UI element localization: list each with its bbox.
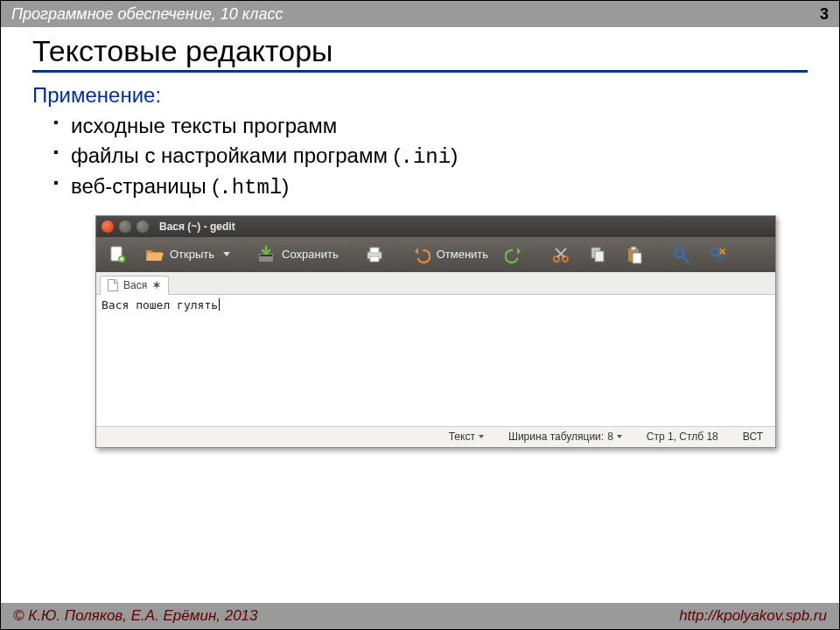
paste-icon bbox=[624, 244, 645, 265]
list-item: файлы с настройками программ (.ini) bbox=[53, 141, 808, 172]
status-insert-mode[interactable]: ВСТ bbox=[743, 430, 763, 443]
svg-rect-3 bbox=[260, 255, 272, 256]
svg-rect-13 bbox=[633, 253, 641, 263]
redo-button[interactable] bbox=[499, 242, 530, 268]
document-icon bbox=[108, 279, 118, 291]
cut-button[interactable] bbox=[545, 242, 577, 268]
find-replace-button[interactable] bbox=[702, 242, 733, 268]
status-tabwidth[interactable]: Ширина табуляции: 8 bbox=[508, 430, 622, 443]
scissors-icon bbox=[550, 244, 571, 265]
title-area: Текстовые редакторы bbox=[1, 27, 839, 76]
content: Применение: исходные тексты программ фай… bbox=[1, 76, 839, 455]
paste-button[interactable] bbox=[619, 242, 650, 268]
save-label: Сохранить bbox=[282, 248, 339, 261]
search-icon bbox=[670, 244, 691, 265]
application-label: Применение: bbox=[32, 83, 808, 108]
toolbar-separator bbox=[537, 242, 538, 267]
bullet-list: исходные тексты программ файлы с настрой… bbox=[32, 111, 808, 203]
course-title: Программное обеспечение, 10 класс bbox=[11, 5, 283, 24]
slide-title: Текстовые редакторы bbox=[32, 34, 808, 73]
chevron-down-icon[interactable] bbox=[223, 252, 230, 256]
new-file-button[interactable] bbox=[102, 242, 133, 268]
redo-icon bbox=[504, 244, 525, 265]
print-button[interactable] bbox=[359, 242, 390, 268]
tab-close-icon[interactable]: ✶ bbox=[152, 279, 161, 291]
tab-bar: Вася ✶ bbox=[96, 272, 775, 295]
copy-icon bbox=[587, 244, 608, 265]
copy-button[interactable] bbox=[582, 242, 613, 268]
find-button[interactable] bbox=[665, 242, 696, 268]
footer-copyright: © К.Ю. Поляков, Е.А. Ерёмин, 2013 bbox=[13, 607, 258, 625]
open-button[interactable]: Открыть bbox=[138, 242, 235, 268]
editor-text: Вася пошел гулять bbox=[102, 298, 218, 312]
tab-label: Вася bbox=[123, 279, 147, 291]
open-label: Открыть bbox=[170, 248, 214, 261]
svg-rect-10 bbox=[595, 251, 604, 262]
svg-rect-5 bbox=[370, 248, 379, 253]
list-item: веб-страницы (.html) bbox=[53, 172, 808, 203]
undo-icon bbox=[410, 244, 431, 265]
find-replace-icon bbox=[707, 244, 728, 265]
list-item: исходные тексты программ bbox=[53, 111, 808, 141]
undo-button[interactable]: Отменить bbox=[405, 242, 494, 268]
folder-open-icon bbox=[144, 244, 164, 265]
status-mode[interactable]: Текст bbox=[449, 430, 484, 443]
gedit-window: Вася (~) - gedit Открыть bbox=[95, 215, 776, 448]
slide: Программное обеспечение, 10 класс 3 Текс… bbox=[0, 0, 840, 630]
status-position: Стр 1, Стлб 18 bbox=[647, 430, 718, 443]
toolbar-separator bbox=[351, 242, 352, 267]
chevron-down-icon bbox=[479, 435, 484, 438]
toolbar: Открыть Сохранить bbox=[96, 237, 775, 272]
page-number: 3 bbox=[820, 5, 829, 24]
chevron-down-icon bbox=[617, 435, 622, 438]
save-icon bbox=[256, 244, 276, 265]
toolbar-separator bbox=[397, 242, 398, 267]
svg-point-15 bbox=[711, 248, 718, 256]
window-minimize-button[interactable] bbox=[119, 220, 131, 233]
window-maximize-button[interactable] bbox=[136, 220, 149, 233]
new-file-icon bbox=[107, 244, 128, 265]
toolbar-separator bbox=[242, 242, 243, 267]
undo-label: Отменить bbox=[437, 248, 488, 261]
print-icon bbox=[364, 244, 385, 265]
text-cursor bbox=[219, 298, 220, 311]
footer-url: http://kpolyakov.spb.ru bbox=[679, 607, 827, 625]
window-close-button[interactable] bbox=[102, 220, 114, 233]
document-tab[interactable]: Вася ✶ bbox=[100, 276, 169, 295]
save-button[interactable]: Сохранить bbox=[250, 242, 344, 268]
svg-rect-12 bbox=[631, 247, 636, 250]
window-titlebar[interactable]: Вася (~) - gedit bbox=[96, 216, 775, 237]
text-area[interactable]: Вася пошел гулять bbox=[96, 295, 775, 426]
status-bar: Текст Ширина табуляции: 8 Стр 1, Стлб 18… bbox=[96, 426, 775, 447]
toolbar-separator bbox=[657, 242, 658, 267]
slide-header: Программное обеспечение, 10 класс 3 bbox=[1, 1, 839, 27]
slide-footer: © К.Ю. Поляков, Е.А. Ерёмин, 2013 http:/… bbox=[1, 603, 839, 629]
window-title: Вася (~) - gedit bbox=[159, 220, 235, 233]
svg-rect-6 bbox=[370, 256, 379, 262]
